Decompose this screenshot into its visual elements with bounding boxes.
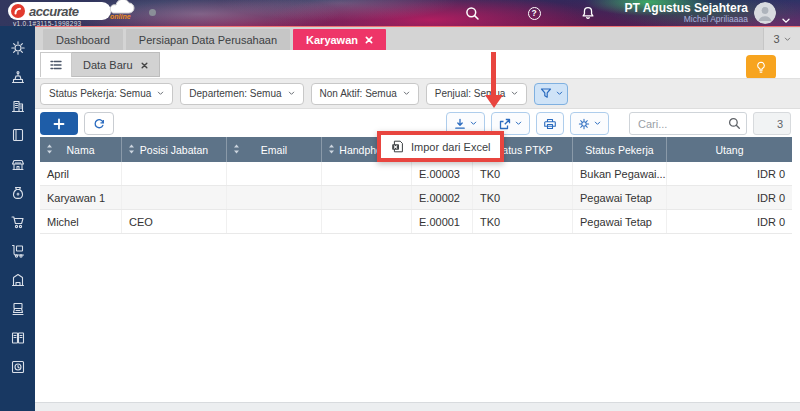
sub-tab-bar: Data Baru xyxy=(40,52,160,77)
cell-utang: IDR 0 xyxy=(667,186,792,209)
content-area: Data Baru Status Pekerja: Semua Departem… xyxy=(35,50,800,411)
filter-funnel-button[interactable] xyxy=(534,83,568,105)
table-settings-button[interactable] xyxy=(570,112,609,135)
filter-penjual[interactable]: Penjual: Semua xyxy=(426,83,528,105)
import-dropdown-menu: Impor dari Excel xyxy=(377,131,504,162)
cell-nomor: E.00002 xyxy=(412,186,473,209)
cell-status-ptkp: TK0 xyxy=(473,162,573,185)
filter-departemen[interactable]: Departemen: Semua xyxy=(180,83,303,105)
ledger-book-icon[interactable] xyxy=(9,126,26,143)
chevron-down-icon xyxy=(515,121,522,126)
cell-nama: Karyawan 1 xyxy=(40,186,122,209)
user-name: Michel Apriliaaaa xyxy=(624,15,748,24)
print-button[interactable] xyxy=(536,112,564,135)
column-label: Nama xyxy=(66,144,94,156)
cell-status-pekerja: Pegawai Tetap xyxy=(573,186,667,209)
excel-file-icon xyxy=(391,140,404,153)
tab-dashboard[interactable]: Dashboard xyxy=(43,29,123,50)
brand-online-label: online xyxy=(110,13,131,20)
bank-icon[interactable] xyxy=(9,155,26,172)
sort-icon[interactable] xyxy=(233,144,240,154)
table-row[interactable]: April E.00003 TK0 Bukan Pegawai... IDR 0 xyxy=(40,162,792,186)
menu-item-impor-dari-excel[interactable]: Impor dari Excel xyxy=(411,141,490,153)
cell-email xyxy=(227,162,322,185)
reports-icon[interactable] xyxy=(9,329,26,346)
refresh-button[interactable] xyxy=(84,112,114,135)
search-icon[interactable] xyxy=(464,5,480,21)
filter-label: Status Pekerja: Semua xyxy=(49,88,151,99)
cell-posisi xyxy=(122,186,227,209)
sort-icon[interactable] xyxy=(328,144,335,154)
tips-lightbulb-button[interactable] xyxy=(746,55,776,79)
search-field-wrap xyxy=(629,112,747,135)
top-header: accurate online v1.0.1#3115-1998293 ? PT… xyxy=(0,0,800,26)
annotation-arrow-head xyxy=(485,95,503,108)
accurate-logo-icon xyxy=(11,4,25,18)
warehouse-icon[interactable] xyxy=(9,271,26,288)
cell-utang: IDR 0 xyxy=(667,210,792,233)
subtab-data-baru[interactable]: Data Baru xyxy=(72,52,160,77)
tab-overflow-button[interactable]: 3 xyxy=(763,28,800,50)
cell-status-ptkp: TK0 xyxy=(473,186,573,209)
subtab-list-view[interactable] xyxy=(40,52,72,77)
record-count-badge: 3 xyxy=(753,112,791,135)
column-header-utang[interactable]: Utang xyxy=(667,137,792,162)
column-header-posisi-jabatan[interactable]: Posisi Jabatan xyxy=(122,137,227,162)
gear-icon xyxy=(578,118,590,130)
cell-status-ptkp: TK0 xyxy=(473,210,573,233)
cell-posisi: CEO xyxy=(122,210,227,233)
tab-label: Karyawan xyxy=(306,34,358,46)
money-bag-icon[interactable] xyxy=(9,184,26,201)
column-label: Utang xyxy=(715,144,743,156)
column-label: Email xyxy=(261,144,287,156)
plus-icon xyxy=(53,118,65,130)
subtab-label: Data Baru xyxy=(83,59,133,71)
close-icon[interactable] xyxy=(141,59,148,71)
accurate-logo[interactable]: accurate xyxy=(8,2,111,20)
table-row[interactable]: Karyawan 1 E.00002 TK0 Pegawai Tetap IDR… xyxy=(40,186,792,210)
tab-label: Persiapan Data Perusahaan xyxy=(139,34,277,46)
filter-non-aktif[interactable]: Non Aktif: Semua xyxy=(311,83,419,105)
settings-icon[interactable] xyxy=(9,39,26,56)
cell-handphone xyxy=(322,162,412,185)
column-label: Posisi Jabatan xyxy=(140,144,208,156)
sidebar-menu xyxy=(0,26,35,411)
audit-icon[interactable] xyxy=(9,358,26,375)
cash-register-icon[interactable] xyxy=(9,300,26,317)
sort-icon[interactable] xyxy=(128,144,135,154)
tab-overflow-count: 3 xyxy=(773,33,779,45)
annotation-arrow xyxy=(491,52,496,96)
cell-nomor: E.00003 xyxy=(412,162,473,185)
cell-status-pekerja: Pegawai Tetap xyxy=(573,210,667,233)
filter-label: Non Aktif: Semua xyxy=(320,88,397,99)
purchase-cart-icon[interactable] xyxy=(9,213,26,230)
tab-karyawan[interactable]: Karyawan xyxy=(293,29,386,50)
user-avatar[interactable] xyxy=(754,2,776,24)
account-info[interactable]: PT Agustus Sejahtera Michel Apriliaaaa xyxy=(624,2,748,25)
sort-icon[interactable] xyxy=(46,144,53,154)
column-header-status-pekerja[interactable]: Status Pekerja xyxy=(573,137,667,162)
download-icon xyxy=(454,118,466,130)
column-header-email[interactable]: Email xyxy=(227,137,322,162)
notifications-bell-icon[interactable] xyxy=(580,5,596,21)
column-header-nama[interactable]: Nama xyxy=(40,137,122,162)
filter-status-pekerja[interactable]: Status Pekerja: Semua xyxy=(40,83,173,105)
search-input[interactable] xyxy=(629,112,747,135)
cell-email xyxy=(227,210,322,233)
table-row[interactable]: Michel CEO E.00001 TK0 Pegawai Tetap IDR… xyxy=(40,210,792,234)
add-button[interactable] xyxy=(40,112,78,135)
sales-trolley-icon[interactable] xyxy=(9,242,26,259)
cloud-icon: online xyxy=(104,0,138,22)
refresh-icon xyxy=(93,118,105,130)
close-icon[interactable] xyxy=(365,34,373,46)
help-icon[interactable]: ? xyxy=(526,5,542,21)
record-count: 3 xyxy=(777,118,783,130)
cell-handphone xyxy=(322,186,412,209)
cashier-icon[interactable] xyxy=(9,68,26,85)
cell-status-pekerja: Bukan Pegawai... xyxy=(573,162,667,185)
chevron-down-icon xyxy=(594,121,601,126)
main-tab-bar: Dashboard Persiapan Data Perusahaan Kary… xyxy=(35,26,800,50)
company-icon[interactable] xyxy=(9,97,26,114)
tab-persiapan-data-perusahaan[interactable]: Persiapan Data Perusahaan xyxy=(126,29,290,50)
funnel-icon xyxy=(540,88,552,99)
